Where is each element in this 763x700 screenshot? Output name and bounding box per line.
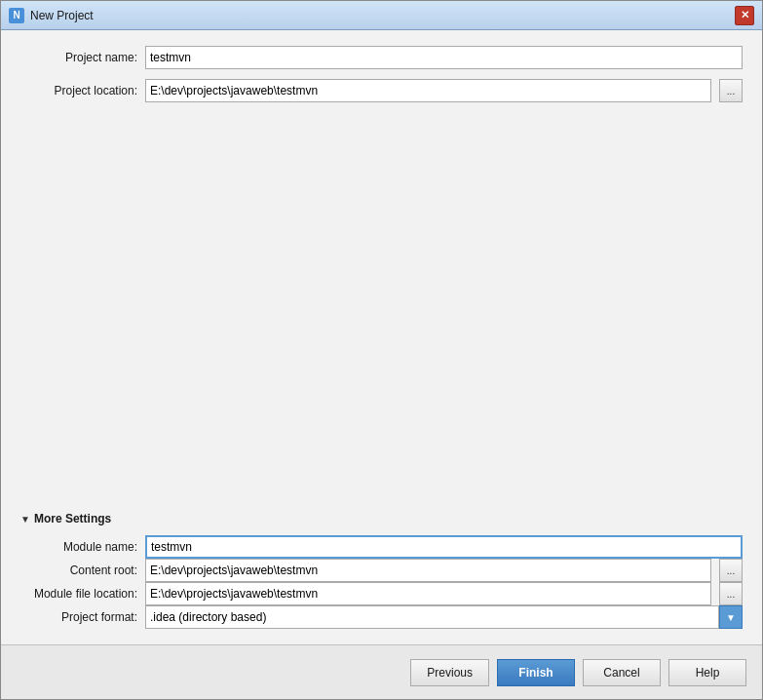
project-format-row: Project format: .idea (directory based) … [20, 605, 743, 629]
empty-area [20, 112, 743, 502]
content-root-browse-button[interactable]: ... [719, 559, 743, 582]
dialog-icon: N [9, 8, 24, 23]
module-name-label: Module name: [20, 540, 137, 554]
close-button[interactable]: ✕ [735, 6, 754, 25]
project-format-dropdown-arrow[interactable]: ▼ [719, 605, 743, 629]
content-root-input[interactable] [145, 559, 711, 582]
more-settings-label: More Settings [34, 512, 111, 525]
project-format-label: Project format: [20, 610, 137, 624]
new-project-dialog: N New Project ✕ Project name: Project lo… [0, 0, 763, 700]
module-file-browse-button[interactable]: ... [719, 582, 743, 605]
project-location-browse-button[interactable]: ... [719, 79, 743, 102]
project-format-select[interactable]: .idea (directory based) [145, 605, 719, 629]
project-name-row: Project name: [20, 46, 743, 69]
module-file-location-row: Module file location: ... [20, 582, 743, 605]
finish-button[interactable]: Finish [497, 659, 575, 686]
more-settings-section: ▼ More Settings Module name: Content roo… [20, 512, 743, 629]
project-location-row: Project location: ... [20, 79, 743, 102]
dialog-title: New Project [30, 9, 94, 22]
project-location-input[interactable] [145, 79, 711, 102]
project-location-label: Project location: [20, 84, 137, 97]
project-name-label: Project name: [20, 51, 137, 64]
cancel-button[interactable]: Cancel [583, 659, 661, 686]
module-file-location-label: Module file location: [20, 587, 137, 601]
module-name-row: Module name: [20, 535, 743, 559]
title-bar: N New Project ✕ [1, 1, 762, 30]
project-format-dropdown-wrapper: .idea (directory based) ▼ [145, 605, 743, 629]
more-settings-toggle[interactable]: ▼ More Settings [20, 512, 743, 525]
content-root-row: Content root: ... [20, 559, 743, 582]
dialog-content: Project name: Project location: ... ▼ Mo… [1, 30, 762, 644]
title-bar-left: N New Project [9, 8, 94, 23]
content-root-label: Content root: [20, 564, 137, 577]
collapse-icon: ▼ [20, 514, 30, 525]
module-file-location-input[interactable] [145, 582, 711, 605]
button-bar: Previous Finish Cancel Help [1, 644, 762, 699]
help-button[interactable]: Help [668, 659, 746, 686]
previous-button[interactable]: Previous [410, 659, 489, 686]
project-name-input[interactable] [145, 46, 743, 69]
module-name-input[interactable] [145, 535, 743, 559]
